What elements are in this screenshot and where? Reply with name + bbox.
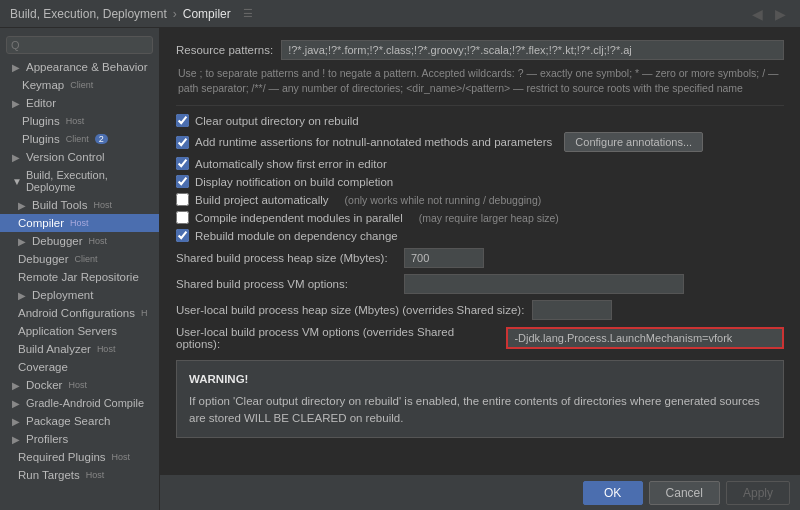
sidebar-item-label: Appearance & Behavior	[26, 61, 147, 73]
breadcrumb-separator: ›	[173, 7, 177, 21]
user-heap-row: User-local build process heap size (Mbyt…	[176, 300, 784, 320]
sidebar-item-label: Plugins	[22, 133, 60, 145]
arrow-icon: ▶	[18, 236, 28, 247]
tag-host: Host	[86, 470, 105, 480]
shared-vm-input[interactable]	[404, 274, 684, 294]
cancel-button[interactable]: Cancel	[649, 481, 720, 505]
sidebar-item-deployment[interactable]: ▶ Deployment	[0, 286, 159, 304]
tag-host: Host	[66, 116, 85, 126]
checkbox-compile-independent: Compile independent modules in parallel …	[176, 211, 784, 224]
shared-heap-row: Shared build process heap size (Mbytes):	[176, 248, 784, 268]
checkbox-assertions-input[interactable]	[176, 136, 189, 149]
sidebar-item-android-config[interactable]: Android Configurations H	[0, 304, 159, 322]
parallel-hint: (may require larger heap size)	[419, 212, 559, 224]
arrow-icon: ▶	[12, 416, 22, 427]
sidebar-item-build-tools[interactable]: ▶ Build Tools Host	[0, 196, 159, 214]
user-vm-input[interactable]	[506, 327, 784, 349]
sidebar-item-label: Deployment	[32, 289, 93, 301]
sidebar-item-package-search[interactable]: ▶ Package Search	[0, 412, 159, 430]
arrow-icon: ▶	[18, 200, 28, 211]
nav-back-button[interactable]: ◀	[748, 4, 767, 24]
sidebar-item-label: Package Search	[26, 415, 110, 427]
bottom-bar: OK Cancel Apply	[160, 474, 800, 510]
arrow-icon: ▼	[12, 176, 22, 187]
checkbox-notification-label[interactable]: Display notification on build completion	[195, 176, 393, 188]
sidebar-item-app-servers[interactable]: Application Servers	[0, 322, 159, 340]
sidebar-item-plugins-host[interactable]: Plugins Host	[0, 112, 159, 130]
shared-heap-input[interactable]	[404, 248, 484, 268]
tag-host: Host	[70, 218, 89, 228]
divider	[176, 105, 784, 106]
sidebar-item-docker[interactable]: ▶ Docker Host	[0, 376, 159, 394]
sidebar-item-build-execution[interactable]: ▼ Build, Execution, Deployme	[0, 166, 159, 196]
sidebar-item-label: Plugins	[22, 115, 60, 127]
title-bar: Build, Execution, Deployment › Compiler …	[0, 0, 800, 28]
sidebar-item-keymap[interactable]: Keymap Client	[0, 76, 159, 94]
sidebar-item-label: Build, Execution, Deployme	[26, 169, 153, 193]
user-heap-input[interactable]	[532, 300, 612, 320]
checkbox-build-auto-input[interactable]	[176, 193, 189, 206]
checkbox-auto-show-label[interactable]: Automatically show first error in editor	[195, 158, 387, 170]
breadcrumb: Build, Execution, Deployment › Compiler …	[10, 7, 253, 21]
checkbox-assertions-label[interactable]: Add runtime assertions for notnull-annot…	[195, 136, 552, 148]
breadcrumb-item-2: Compiler	[183, 7, 231, 21]
sidebar-item-gradle-android[interactable]: ▶ Gradle-Android Compile	[0, 394, 159, 412]
sidebar-item-label: Gradle-Android Compile	[26, 397, 144, 409]
warning-text: If option 'Clear output directory on reb…	[189, 395, 760, 424]
apply-button[interactable]: Apply	[726, 481, 790, 505]
checkbox-rebuild-input[interactable]	[176, 229, 189, 242]
checkbox-display-notification: Display notification on build completion	[176, 175, 784, 188]
sidebar-item-label: Remote Jar Repositorie	[18, 271, 139, 283]
search-input[interactable]	[6, 36, 153, 54]
checkbox-parallel-input[interactable]	[176, 211, 189, 224]
search-box	[0, 32, 159, 58]
sidebar-item-label: Build Analyzer	[18, 343, 91, 355]
tag-host: Host	[68, 380, 87, 390]
sidebar-item-label: Version Control	[26, 151, 105, 163]
arrow-icon: ▶	[12, 98, 22, 109]
tag-host: Host	[89, 236, 108, 246]
sidebar-item-plugins-client[interactable]: Plugins Client 2	[0, 130, 159, 148]
sidebar-item-debugger-client[interactable]: Debugger Client	[0, 250, 159, 268]
sidebar-item-label: Android Configurations	[18, 307, 135, 319]
sidebar-item-label: Editor	[26, 97, 56, 109]
configure-annotations-button[interactable]: Configure annotations...	[564, 132, 703, 152]
resource-patterns-row: Resource patterns:	[176, 40, 784, 60]
sidebar-item-required-plugins[interactable]: Required Plugins Host	[0, 448, 159, 466]
sidebar-item-remote-jar[interactable]: Remote Jar Repositorie	[0, 268, 159, 286]
ok-button[interactable]: OK	[583, 481, 643, 505]
checkbox-build-auto-label[interactable]: Build project automatically	[195, 194, 329, 206]
breadcrumb-item-1: Build, Execution, Deployment	[10, 7, 167, 21]
warning-box: WARNING! If option 'Clear output directo…	[176, 360, 784, 438]
sidebar: ▶ Appearance & Behavior Keymap Client ▶ …	[0, 28, 160, 510]
sidebar-item-debugger-host[interactable]: ▶ Debugger Host	[0, 232, 159, 250]
sidebar-item-run-targets[interactable]: Run Targets Host	[0, 466, 159, 484]
main-container: ▶ Appearance & Behavior Keymap Client ▶ …	[0, 28, 800, 510]
settings-icon: ☰	[243, 7, 253, 20]
tag: H	[141, 308, 148, 318]
checkbox-parallel-label[interactable]: Compile independent modules in parallel	[195, 212, 403, 224]
tag-client: Client	[75, 254, 98, 264]
sidebar-item-profilers[interactable]: ▶ Profilers	[0, 430, 159, 448]
checkbox-rebuild-label[interactable]: Rebuild module on dependency change	[195, 230, 398, 242]
checkbox-auto-show-input[interactable]	[176, 157, 189, 170]
sidebar-item-label: Keymap	[22, 79, 64, 91]
tag-client: Client	[66, 134, 89, 144]
checkbox-clear-output-label[interactable]: Clear output directory on rebuild	[195, 115, 359, 127]
sidebar-item-appearance[interactable]: ▶ Appearance & Behavior	[0, 58, 159, 76]
sidebar-item-build-analyzer[interactable]: Build Analyzer Host	[0, 340, 159, 358]
sidebar-item-editor[interactable]: ▶ Editor	[0, 94, 159, 112]
sidebar-item-label: Application Servers	[18, 325, 117, 337]
tag-host: Host	[112, 452, 131, 462]
checkbox-clear-output-input[interactable]	[176, 114, 189, 127]
sidebar-item-compiler[interactable]: Compiler Host	[0, 214, 159, 232]
tag-host: Host	[93, 200, 112, 210]
checkbox-notification-input[interactable]	[176, 175, 189, 188]
sidebar-item-coverage[interactable]: Coverage	[0, 358, 159, 376]
sidebar-item-version-control[interactable]: ▶ Version Control	[0, 148, 159, 166]
user-vm-label: User-local build process VM options (ove…	[176, 326, 498, 350]
nav-forward-button[interactable]: ▶	[771, 4, 790, 24]
resource-patterns-input[interactable]	[281, 40, 784, 60]
sidebar-item-label: Debugger	[18, 253, 69, 265]
checkbox-build-auto: Build project automatically (only works …	[176, 193, 784, 206]
